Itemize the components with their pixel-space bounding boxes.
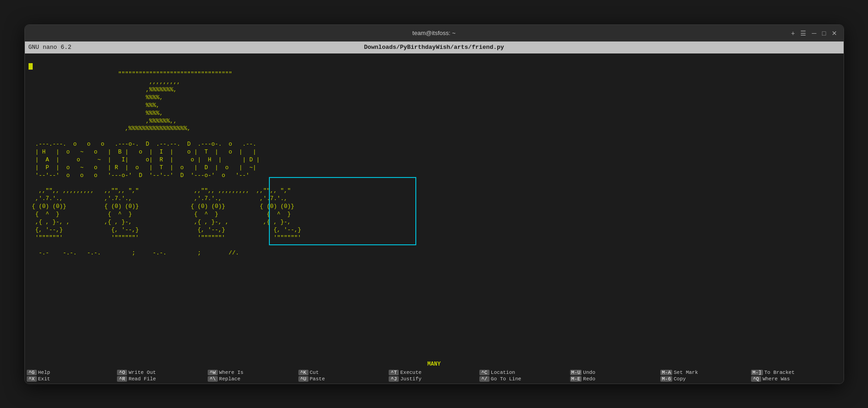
- title-bar-controls: + ☰ ─ □ ✕: [791, 30, 837, 36]
- shortcut-whereis: ^W Where Is: [208, 370, 298, 375]
- shortcut-tobracket: M-] To Bracket: [751, 370, 842, 375]
- shortcut-col-2: ^O Write Out ^R Read File: [117, 370, 208, 382]
- shortcut-key-help[interactable]: ^G: [27, 370, 37, 375]
- shortcut-label-replace: Replace: [219, 376, 240, 382]
- shortcut-bar: ^G Help ^X Exit ^O Write Out ^R Read Fil…: [25, 369, 844, 384]
- shortcut-gotoline: ^/ Go To Line: [479, 376, 570, 382]
- shortcut-copy: M-6 Copy: [660, 376, 751, 382]
- shortcut-key-readfile[interactable]: ^R: [117, 376, 127, 382]
- hamburger-button[interactable]: ☰: [800, 30, 806, 36]
- shortcut-key-writeout[interactable]: ^O: [117, 370, 127, 375]
- shortcut-col-6: ^C Location ^/ Go To Line: [479, 370, 570, 382]
- editor-area[interactable]: """"""""""""""""""""""""""""""""" ,,,,,,…: [25, 53, 844, 360]
- nano-header: GNU nano 6.2 Downloads/PyBirthdayWish/ar…: [25, 41, 844, 53]
- shortcut-execute: ^T Execute: [389, 370, 479, 375]
- shortcut-key-wherewas[interactable]: ^Q: [751, 376, 761, 382]
- shortcut-label-execute: Execute: [400, 370, 421, 375]
- shortcut-label-exit: Exit: [38, 376, 50, 382]
- ascii-art-content: """"""""""""""""""""""""""""""""" ,,,,,,…: [29, 71, 302, 256]
- shortcut-paste: ^U Paste: [298, 376, 389, 382]
- shortcut-exit: ^X Exit: [27, 376, 117, 382]
- shortcut-setmark: M-A Set Mark: [660, 370, 751, 375]
- shortcut-col-3: ^W Where Is ^\ Replace: [208, 370, 298, 382]
- status-bar: MANY: [25, 360, 844, 369]
- shortcut-key-justify[interactable]: ^J: [389, 376, 399, 382]
- shortcut-key-execute[interactable]: ^T: [389, 370, 399, 375]
- shortcut-label-tobracket: To Bracket: [764, 370, 795, 375]
- shortcut-label-help: Help: [38, 370, 50, 375]
- shortcut-cut: ^K Cut: [298, 370, 389, 375]
- shortcut-key-setmark[interactable]: M-A: [660, 370, 672, 375]
- shortcut-justify: ^J Justify: [389, 376, 479, 382]
- title-bar-title: team@itsfoss: ~: [413, 30, 456, 36]
- terminal-window: team@itsfoss: ~ + ☰ ─ □ ✕ GNU nano 6.2 D…: [24, 24, 844, 384]
- shortcut-label-setmark: Set Mark: [674, 370, 698, 375]
- shortcut-col-1: ^G Help ^X Exit: [27, 370, 117, 382]
- title-bar: team@itsfoss: ~ + ☰ ─ □ ✕: [25, 25, 844, 41]
- shortcut-label-gotoline: Go To Line: [491, 376, 521, 382]
- maximize-button[interactable]: □: [822, 30, 826, 36]
- shortcut-key-copy[interactable]: M-6: [660, 376, 672, 382]
- shortcut-col-5: ^T Execute ^J Justify: [389, 370, 479, 382]
- shortcut-label-writeout: Write Out: [128, 370, 156, 375]
- shortcut-key-redo[interactable]: M-E: [570, 376, 582, 382]
- shortcut-readfile: ^R Read File: [117, 376, 208, 382]
- shortcut-label-cut: Cut: [310, 370, 319, 375]
- shortcut-key-exit[interactable]: ^X: [27, 376, 37, 382]
- shortcut-label-location: Location: [491, 370, 515, 375]
- shortcut-label-undo: Undo: [583, 370, 595, 375]
- shortcut-label-whereis: Where Is: [219, 370, 244, 375]
- shortcut-label-wherewas: Where Was: [763, 376, 790, 382]
- shortcut-label-redo: Redo: [583, 376, 595, 382]
- shortcut-col-9: M-] To Bracket ^Q Where Was: [751, 370, 842, 382]
- add-tab-button[interactable]: +: [791, 30, 795, 36]
- shortcut-label-readfile: Read File: [128, 376, 156, 382]
- many-label: MANY: [427, 361, 441, 368]
- shortcut-key-undo[interactable]: M-U: [570, 370, 582, 375]
- shortcut-replace: ^\ Replace: [208, 376, 298, 382]
- shortcut-key-cut[interactable]: ^K: [298, 370, 309, 375]
- shortcut-redo: M-E Redo: [570, 376, 661, 382]
- shortcut-col-8: M-A Set Mark M-6 Copy: [660, 370, 751, 382]
- nano-version: GNU nano 6.2: [29, 44, 102, 51]
- shortcut-key-replace[interactable]: ^\: [208, 376, 218, 382]
- file-path: Downloads/PyBirthdayWish/arts/friend.py: [102, 44, 766, 51]
- shortcut-key-paste[interactable]: ^U: [298, 376, 309, 382]
- close-button[interactable]: ✕: [832, 30, 837, 36]
- shortcut-label-copy: Copy: [674, 376, 686, 382]
- shortcut-help: ^G Help: [27, 370, 117, 375]
- shortcut-key-gotoline[interactable]: ^/: [479, 376, 489, 382]
- shortcut-wherewas: ^Q Where Was: [751, 376, 842, 382]
- cursor: [29, 63, 33, 70]
- shortcut-key-location[interactable]: ^C: [479, 370, 489, 375]
- shortcut-col-4: ^K Cut ^U Paste: [298, 370, 389, 382]
- shortcut-label-paste: Paste: [310, 376, 325, 382]
- shortcut-col-7: M-U Undo M-E Redo: [570, 370, 661, 382]
- shortcut-undo: M-U Undo: [570, 370, 661, 375]
- shortcut-label-justify: Justify: [400, 376, 421, 382]
- shortcut-writeout: ^O Write Out: [117, 370, 208, 375]
- minimize-button[interactable]: ─: [812, 30, 816, 36]
- shortcut-key-whereis[interactable]: ^W: [208, 370, 218, 375]
- shortcut-location: ^C Location: [479, 370, 570, 375]
- shortcut-key-tobracket[interactable]: M-]: [751, 370, 763, 375]
